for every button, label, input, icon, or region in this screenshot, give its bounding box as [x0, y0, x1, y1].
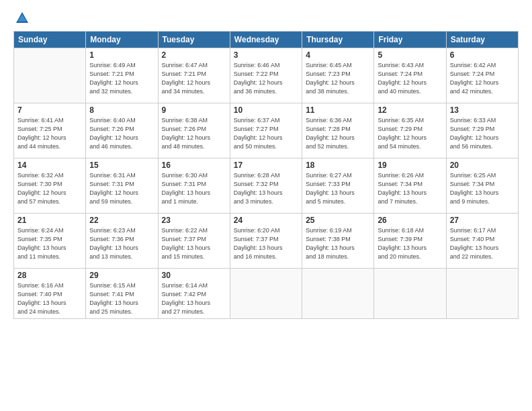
day-number: 24: [234, 216, 298, 225]
day-number: 7: [17, 105, 82, 115]
day-info: Sunrise: 6:35 AM Sunset: 7:29 PM Dayligh…: [378, 116, 442, 151]
day-info: Sunrise: 6:41 AM Sunset: 7:25 PM Dayligh…: [17, 116, 82, 151]
calendar-day-cell: 13Sunrise: 6:33 AM Sunset: 7:29 PM Dayli…: [446, 103, 518, 158]
day-info: Sunrise: 6:38 AM Sunset: 7:26 PM Dayligh…: [162, 116, 226, 151]
day-number: 17: [234, 161, 298, 170]
calendar-week-row: 7Sunrise: 6:41 AM Sunset: 7:25 PM Daylig…: [14, 103, 519, 158]
calendar-day-cell: 22Sunrise: 6:23 AM Sunset: 7:36 PM Dayli…: [86, 214, 158, 269]
calendar-day-header: Friday: [374, 32, 446, 48]
day-number: 22: [89, 216, 154, 225]
calendar-day-header: Thursday: [302, 32, 374, 48]
day-info: Sunrise: 6:22 AM Sunset: 7:37 PM Dayligh…: [162, 226, 226, 261]
calendar-day-cell: 27Sunrise: 6:17 AM Sunset: 7:40 PM Dayli…: [446, 214, 518, 269]
calendar-day-cell: 14Sunrise: 6:32 AM Sunset: 7:30 PM Dayli…: [14, 158, 86, 214]
day-number: 21: [17, 216, 82, 225]
calendar-week-row: 21Sunrise: 6:24 AM Sunset: 7:35 PM Dayli…: [14, 214, 519, 269]
day-info: Sunrise: 6:47 AM Sunset: 7:21 PM Dayligh…: [162, 61, 226, 96]
calendar-day-cell: 10Sunrise: 6:37 AM Sunset: 7:27 PM Dayli…: [230, 103, 302, 158]
calendar-day-cell: 19Sunrise: 6:26 AM Sunset: 7:34 PM Dayli…: [374, 158, 446, 214]
day-number: 6: [450, 50, 515, 60]
day-info: Sunrise: 6:23 AM Sunset: 7:36 PM Dayligh…: [89, 226, 154, 261]
day-info: Sunrise: 6:17 AM Sunset: 7:40 PM Dayligh…: [450, 226, 515, 261]
calendar-day-cell: 2Sunrise: 6:47 AM Sunset: 7:21 PM Daylig…: [158, 48, 230, 103]
day-info: Sunrise: 6:18 AM Sunset: 7:39 PM Dayligh…: [378, 226, 442, 261]
calendar-day-cell: [446, 269, 518, 319]
calendar-day-cell: [374, 269, 446, 319]
day-number: 9: [162, 105, 226, 115]
calendar-day-cell: 15Sunrise: 6:31 AM Sunset: 7:31 PM Dayli…: [86, 158, 158, 214]
logo: [13, 11, 30, 26]
day-info: Sunrise: 6:36 AM Sunset: 7:28 PM Dayligh…: [306, 116, 370, 151]
day-number: 30: [162, 271, 226, 280]
calendar-day-header: Wednesday: [230, 32, 302, 48]
calendar-day-header: Monday: [86, 32, 158, 48]
day-number: 5: [378, 50, 442, 60]
day-number: 18: [306, 161, 370, 170]
calendar-day-cell: 3Sunrise: 6:46 AM Sunset: 7:22 PM Daylig…: [230, 48, 302, 103]
logo-icon: [15, 11, 30, 26]
calendar-week-row: 28Sunrise: 6:16 AM Sunset: 7:40 PM Dayli…: [14, 269, 519, 319]
calendar-day-cell: 4Sunrise: 6:45 AM Sunset: 7:23 PM Daylig…: [302, 48, 374, 103]
calendar-day-header: Tuesday: [158, 32, 230, 48]
day-number: 13: [450, 105, 515, 115]
calendar-header-row: SundayMondayTuesdayWednesdayThursdayFrid…: [14, 32, 519, 48]
day-number: 3: [234, 50, 298, 60]
day-number: 23: [162, 216, 226, 225]
day-number: 12: [378, 105, 442, 115]
calendar-day-cell: 18Sunrise: 6:27 AM Sunset: 7:33 PM Dayli…: [302, 158, 374, 214]
day-info: Sunrise: 6:33 AM Sunset: 7:29 PM Dayligh…: [450, 116, 515, 151]
calendar-day-cell: 24Sunrise: 6:20 AM Sunset: 7:37 PM Dayli…: [230, 214, 302, 269]
calendar-table: SundayMondayTuesdayWednesdayThursdayFrid…: [13, 31, 519, 319]
calendar-day-cell: 7Sunrise: 6:41 AM Sunset: 7:25 PM Daylig…: [14, 103, 86, 158]
svg-marker-1: [17, 14, 27, 21]
calendar-day-cell: 16Sunrise: 6:30 AM Sunset: 7:31 PM Dayli…: [158, 158, 230, 214]
day-number: 20: [450, 161, 515, 170]
calendar-day-cell: [14, 48, 86, 103]
day-info: Sunrise: 6:45 AM Sunset: 7:23 PM Dayligh…: [306, 61, 370, 96]
page: SundayMondayTuesdayWednesdayThursdayFrid…: [0, 0, 532, 411]
day-number: 27: [450, 216, 515, 225]
day-info: Sunrise: 6:37 AM Sunset: 7:27 PM Dayligh…: [234, 116, 298, 151]
day-info: Sunrise: 6:19 AM Sunset: 7:38 PM Dayligh…: [306, 226, 370, 261]
day-info: Sunrise: 6:20 AM Sunset: 7:37 PM Dayligh…: [234, 226, 298, 261]
calendar-day-cell: 9Sunrise: 6:38 AM Sunset: 7:26 PM Daylig…: [158, 103, 230, 158]
day-info: Sunrise: 6:43 AM Sunset: 7:24 PM Dayligh…: [378, 61, 442, 96]
calendar-day-cell: 25Sunrise: 6:19 AM Sunset: 7:38 PM Dayli…: [302, 214, 374, 269]
day-number: 25: [306, 216, 370, 225]
calendar-day-cell: 1Sunrise: 6:49 AM Sunset: 7:21 PM Daylig…: [86, 48, 158, 103]
day-number: 1: [89, 50, 154, 60]
calendar-day-cell: 6Sunrise: 6:42 AM Sunset: 7:24 PM Daylig…: [446, 48, 518, 103]
day-number: 2: [162, 50, 226, 60]
calendar-day-cell: 28Sunrise: 6:16 AM Sunset: 7:40 PM Dayli…: [14, 269, 86, 319]
calendar-day-cell: [230, 269, 302, 319]
day-info: Sunrise: 6:14 AM Sunset: 7:42 PM Dayligh…: [162, 281, 226, 316]
day-info: Sunrise: 6:31 AM Sunset: 7:31 PM Dayligh…: [89, 171, 154, 206]
day-info: Sunrise: 6:40 AM Sunset: 7:26 PM Dayligh…: [89, 116, 154, 151]
day-number: 10: [234, 105, 298, 115]
day-info: Sunrise: 6:16 AM Sunset: 7:40 PM Dayligh…: [17, 281, 82, 316]
day-info: Sunrise: 6:46 AM Sunset: 7:22 PM Dayligh…: [234, 61, 298, 96]
calendar-day-cell: 8Sunrise: 6:40 AM Sunset: 7:26 PM Daylig…: [86, 103, 158, 158]
day-info: Sunrise: 6:26 AM Sunset: 7:34 PM Dayligh…: [378, 171, 442, 206]
day-info: Sunrise: 6:32 AM Sunset: 7:30 PM Dayligh…: [17, 171, 82, 206]
calendar-day-cell: 23Sunrise: 6:22 AM Sunset: 7:37 PM Dayli…: [158, 214, 230, 269]
calendar-day-cell: 5Sunrise: 6:43 AM Sunset: 7:24 PM Daylig…: [374, 48, 446, 103]
day-number: 19: [378, 161, 442, 170]
day-number: 26: [378, 216, 442, 225]
calendar-day-cell: 30Sunrise: 6:14 AM Sunset: 7:42 PM Dayli…: [158, 269, 230, 319]
day-number: 29: [89, 271, 154, 280]
calendar-day-cell: [302, 269, 374, 319]
day-number: 8: [89, 105, 154, 115]
calendar-day-cell: 11Sunrise: 6:36 AM Sunset: 7:28 PM Dayli…: [302, 103, 374, 158]
day-info: Sunrise: 6:15 AM Sunset: 7:41 PM Dayligh…: [89, 281, 154, 316]
day-info: Sunrise: 6:25 AM Sunset: 7:34 PM Dayligh…: [450, 171, 515, 206]
day-info: Sunrise: 6:28 AM Sunset: 7:32 PM Dayligh…: [234, 171, 298, 206]
calendar-day-cell: 29Sunrise: 6:15 AM Sunset: 7:41 PM Dayli…: [86, 269, 158, 319]
day-number: 4: [306, 50, 370, 60]
day-number: 16: [162, 161, 226, 170]
header: [13, 11, 519, 26]
day-info: Sunrise: 6:30 AM Sunset: 7:31 PM Dayligh…: [162, 171, 226, 206]
day-number: 14: [17, 161, 82, 170]
day-info: Sunrise: 6:49 AM Sunset: 7:21 PM Dayligh…: [89, 61, 154, 96]
calendar-week-row: 14Sunrise: 6:32 AM Sunset: 7:30 PM Dayli…: [14, 158, 519, 214]
